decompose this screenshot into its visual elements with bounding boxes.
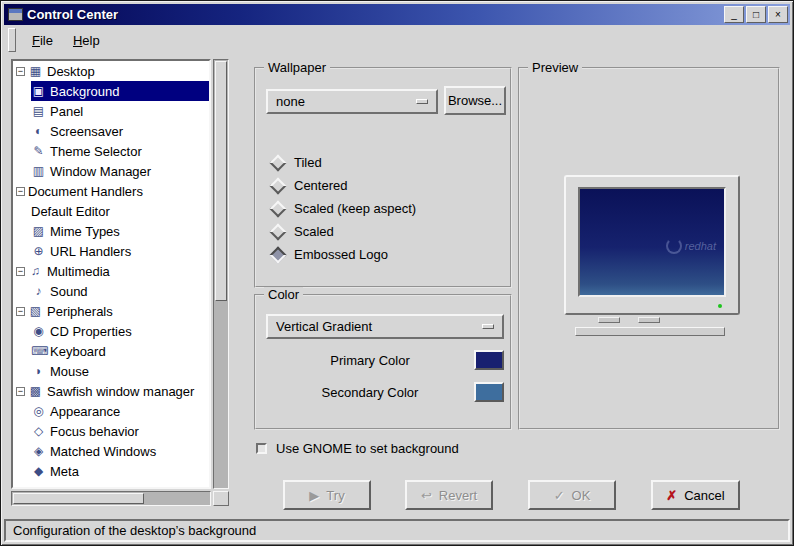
radio-embossed-logo[interactable]: Embossed Logo — [270, 243, 416, 266]
tree-item-document-handlers[interactable]: Document Handlers — [13, 181, 209, 201]
expander-minus-icon[interactable] — [16, 67, 25, 76]
window-title: Control Center — [27, 7, 722, 22]
meta-icon: ◆ — [31, 464, 46, 478]
radio-scaled-keep-aspect[interactable]: Scaled (keep aspect) — [270, 197, 416, 220]
gradient-type-dropdown-value: Vertical Gradient — [276, 319, 482, 334]
tree-item-label: Default Editor — [31, 204, 110, 219]
radio-icon — [270, 154, 287, 171]
keyboard-icon: ⌨ — [31, 344, 46, 358]
secondary-color-row: Secondary Color — [266, 382, 504, 402]
preview-monitor: redhat — [564, 175, 740, 315]
wallpaper-file-dropdown[interactable]: none — [266, 89, 438, 114]
primary-color-swatch[interactable] — [474, 350, 504, 370]
dropdown-indicator-icon — [416, 99, 428, 104]
focus-behavior-icon: ◇ — [31, 424, 46, 438]
wallpaper-group: Wallpaper none Browse... Tiled Centered … — [254, 67, 512, 288]
try-button-label: Try — [326, 488, 344, 503]
expander-minus-icon[interactable] — [16, 187, 25, 196]
appearance-icon: ◎ — [31, 404, 46, 418]
revert-button-label: Revert — [439, 488, 477, 503]
tree-item-focus-behavior[interactable]: ◇Focus behavior — [13, 421, 209, 441]
window-manager-icon: ▥ — [31, 164, 46, 178]
tree-item-label: Screensaver — [50, 124, 123, 139]
menu-file[interactable]: File — [22, 29, 63, 52]
expander-minus-icon[interactable] — [16, 267, 25, 276]
monitor-power-led — [718, 304, 722, 308]
tree-item-meta[interactable]: ◆Meta — [13, 461, 209, 481]
maximize-button[interactable]: □ — [746, 6, 766, 23]
tree-item-label: Mouse — [50, 364, 89, 379]
tree-item-screensaver[interactable]: ◐Screensaver — [13, 121, 209, 141]
tree-item-label: Window Manager — [50, 164, 151, 179]
try-icon: ▶ — [309, 488, 319, 503]
secondary-color-swatch[interactable] — [474, 382, 504, 402]
scrollbar-corner — [213, 491, 229, 506]
tree-item-peripherals[interactable]: ▧Peripherals — [13, 301, 209, 321]
tree-item-matched-windows[interactable]: ◈Matched Windows — [13, 441, 209, 461]
tree-item-window-manager[interactable]: ▥Window Manager — [13, 161, 209, 181]
radio-label: Tiled — [294, 155, 322, 170]
browse-button-label: Browse... — [448, 93, 502, 108]
browse-button[interactable]: Browse... — [444, 86, 506, 115]
statusbar: Configuration of the desktop’s backgroun… — [4, 519, 790, 542]
horizontal-scrollbar[interactable] — [11, 491, 211, 506]
radio-selected-icon — [270, 246, 287, 263]
minimize-button[interactable]: _ — [724, 6, 744, 23]
try-button[interactable]: ▶ Try — [283, 480, 371, 510]
background-icon: ▣ — [31, 84, 46, 98]
tree-item-cd-properties[interactable]: ◉CD Properties — [13, 321, 209, 341]
theme-selector-icon: ✎ — [31, 144, 46, 158]
tree-item-keyboard[interactable]: ⌨Keyboard — [13, 341, 209, 361]
horizontal-scrollbar-thumb[interactable] — [13, 493, 144, 504]
tree-item-label: Multimedia — [47, 264, 110, 279]
control-center-window: Control Center _ □ × File Help ▦Desktop … — [0, 0, 794, 546]
tree-item-default-editor[interactable]: Default Editor — [13, 201, 209, 221]
gradient-type-dropdown[interactable]: Vertical Gradient — [266, 314, 504, 339]
tree-item-mime-types[interactable]: ▨Mime Types — [13, 221, 209, 241]
tree-item-url-handlers[interactable]: ⊕URL Handlers — [13, 241, 209, 261]
wallpaper-group-title: Wallpaper — [264, 60, 330, 75]
tree-item-multimedia[interactable]: ♫Multimedia — [13, 261, 209, 281]
primary-color-row: Primary Color — [266, 350, 504, 370]
vertical-scrollbar-thumb[interactable] — [215, 61, 227, 301]
radio-label: Centered — [294, 178, 347, 193]
expander-minus-icon[interactable] — [16, 307, 25, 316]
tree-item-sawfish[interactable]: ▩Sawfish window manager — [13, 381, 209, 401]
revert-button[interactable]: ↩ Revert — [405, 480, 493, 510]
cancel-button-label: Cancel — [684, 488, 724, 503]
dropdown-indicator-icon — [482, 324, 494, 329]
checkbox-icon[interactable] — [256, 443, 267, 454]
use-gnome-checkbox-row[interactable]: Use GNOME to set background — [256, 441, 459, 456]
wallpaper-mode-radio-group: Tiled Centered Scaled (keep aspect) Scal… — [270, 151, 416, 266]
maximize-icon: □ — [753, 10, 759, 20]
menu-help[interactable]: Help — [63, 29, 110, 52]
tree-item-appearance[interactable]: ◎Appearance — [13, 401, 209, 421]
tree-item-sound[interactable]: ♪Sound — [13, 281, 209, 301]
titlebar[interactable]: Control Center _ □ × — [4, 4, 790, 25]
close-button[interactable]: × — [768, 6, 788, 23]
tree-item-label: Background — [50, 84, 119, 99]
tree-item-mouse[interactable]: ◗Mouse — [13, 361, 209, 381]
color-group: Color Vertical Gradient Primary Color Se… — [254, 294, 512, 430]
preview-group-title: Preview — [528, 60, 582, 75]
expander-minus-icon[interactable] — [16, 387, 25, 396]
peripherals-icon: ▧ — [28, 304, 43, 318]
ok-button[interactable]: ✓ OK — [528, 480, 616, 510]
tree-item-desktop[interactable]: ▦Desktop — [13, 61, 209, 81]
monitor-foot — [638, 317, 660, 323]
tree-item-label: Panel — [50, 104, 83, 119]
radio-scaled[interactable]: Scaled — [270, 220, 416, 243]
tree-item-panel[interactable]: ▤Panel — [13, 101, 209, 121]
cancel-button[interactable]: ✗ Cancel — [651, 480, 740, 510]
radio-centered[interactable]: Centered — [270, 174, 416, 197]
tree-item-theme-selector[interactable]: ✎Theme Selector — [13, 141, 209, 161]
tree-item-label: Peripherals — [47, 304, 113, 319]
tree-item-label: URL Handlers — [50, 244, 131, 259]
vertical-scrollbar[interactable] — [213, 59, 229, 489]
preview-group: Preview redhat — [518, 67, 780, 430]
menubar-grip-handle[interactable] — [8, 28, 16, 52]
radio-icon — [270, 177, 287, 194]
radio-tiled[interactable]: Tiled — [270, 151, 416, 174]
tree-item-background[interactable]: ▣Background — [13, 81, 209, 101]
tree-item-label: Keyboard — [50, 344, 106, 359]
